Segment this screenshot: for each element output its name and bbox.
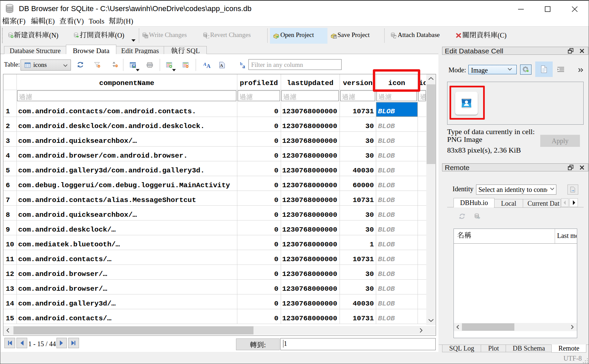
svg-text:A: A: [206, 63, 211, 69]
svg-text:A: A: [220, 63, 223, 68]
svg-text:a: a: [242, 64, 245, 69]
